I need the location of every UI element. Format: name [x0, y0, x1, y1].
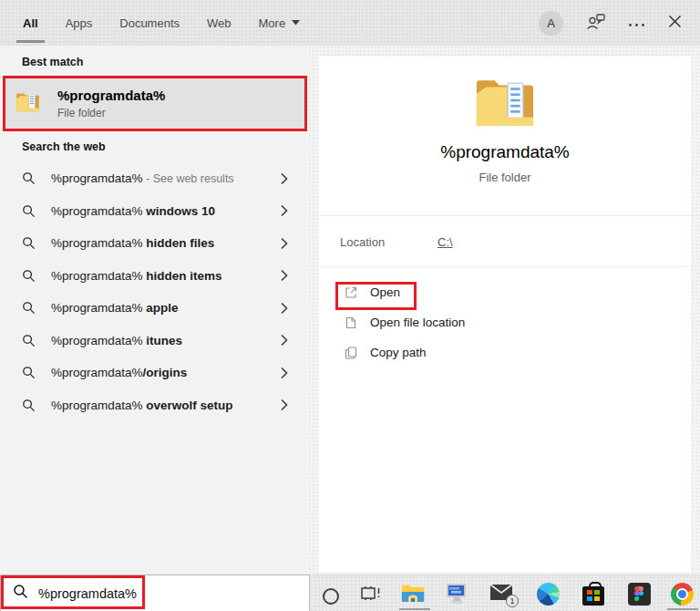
suggestion-prefix: %programdata%: [51, 366, 143, 379]
taskbar-search-input[interactable]: %programdata%: [0, 575, 310, 611]
file-explorer-icon[interactable]: [401, 582, 425, 606]
suggestion-suffix: hidden items: [143, 269, 222, 283]
preview-actions: Open Open file location: [319, 277, 691, 368]
search-icon: [22, 301, 36, 315]
microsoft-store-icon[interactable]: [582, 582, 605, 606]
tab-more[interactable]: More: [259, 0, 301, 46]
suggestion-prefix: %programdata%: [51, 171, 143, 185]
chevron-right-icon[interactable]: [281, 172, 288, 184]
suggestion-row[interactable]: %programdata% hidden items: [0, 260, 308, 293]
computer-icon[interactable]: [445, 582, 468, 606]
search-icon: [22, 236, 36, 250]
suggestion-prefix: %programdata%: [51, 204, 143, 218]
suggestion-suffix: /origins: [143, 366, 188, 379]
preview-header: %programdata% File folder: [319, 57, 691, 216]
search-icon: [22, 399, 36, 412]
open-app-indicator: [399, 608, 430, 610]
suggestion-row[interactable]: %programdata% windows 10: [0, 195, 308, 228]
chevron-down-icon: [292, 20, 300, 26]
folder-icon: [15, 91, 40, 116]
copy-path-icon: [344, 346, 358, 360]
preview-panel: %programdata% File folder Location C:\ O…: [308, 46, 700, 575]
folder-icon-large: [474, 75, 536, 128]
suggestion-row[interactable]: %programdata% - See web results: [0, 162, 308, 195]
search-web-heading: Search the web: [22, 140, 106, 153]
search-icon: [13, 584, 28, 603]
suggestion-prefix: %programdata%: [51, 334, 143, 347]
action-copy-path[interactable]: Copy path: [319, 337, 691, 368]
chevron-right-icon[interactable]: [281, 335, 288, 347]
tab-documents-label: Documents: [119, 16, 180, 30]
chevron-right-icon[interactable]: [281, 270, 288, 282]
tab-web[interactable]: Web: [207, 0, 232, 46]
suggestion-row[interactable]: %programdata% hidden files: [0, 227, 308, 260]
preview-title: %programdata%: [319, 142, 691, 162]
preview-card: %programdata% File folder Location C:\ O…: [319, 57, 691, 573]
mail-icon[interactable]: 1: [489, 582, 513, 606]
search-icon: [22, 269, 36, 283]
web-suggestions-list: %programdata% - See web results %program…: [0, 162, 308, 421]
search-icon: [22, 334, 36, 347]
suggestion-row[interactable]: %programdata% apple: [0, 292, 308, 325]
action-open[interactable]: Open: [319, 277, 691, 307]
edge-icon[interactable]: [536, 582, 560, 606]
topbar-actions: A: [539, 0, 682, 46]
suggestion-prefix: %programdata%: [51, 236, 143, 250]
tab-web-label: Web: [207, 16, 232, 30]
suggestion-row[interactable]: %programdata%/origins: [0, 357, 308, 389]
best-match-title: %programdata%: [57, 88, 165, 103]
suggestion-prefix: %programdata%: [51, 399, 143, 412]
chevron-right-icon[interactable]: [281, 367, 288, 378]
tab-apps[interactable]: Apps: [66, 0, 93, 46]
tab-apps-label: Apps: [66, 16, 93, 30]
action-open-file-location-label: Open file location: [370, 316, 465, 329]
results-panel: Best match %programdata% File folder Sea…: [0, 46, 308, 575]
tab-all-label: All: [23, 16, 38, 30]
search-filter-bar: All Apps Documents Web More A: [0, 0, 700, 46]
more-options-icon[interactable]: [628, 15, 645, 31]
tab-more-label: More: [259, 16, 286, 30]
cortana-icon[interactable]: [319, 585, 343, 608]
suggestion-suffix: itunes: [143, 334, 183, 347]
close-icon[interactable]: [668, 15, 682, 32]
location-label: Location: [340, 235, 438, 249]
chevron-right-icon[interactable]: [281, 399, 288, 411]
task-view-icon[interactable]: [359, 582, 383, 606]
action-open-label: Open: [370, 285, 400, 299]
action-open-file-location[interactable]: Open file location: [319, 307, 691, 337]
chevron-right-icon[interactable]: [281, 205, 288, 217]
suggestion-row[interactable]: %programdata% itunes: [0, 325, 308, 357]
suggestion-suffix: apple: [143, 301, 179, 315]
search-icon: [22, 204, 36, 218]
figma-icon[interactable]: [627, 582, 651, 606]
mail-badge: 1: [506, 595, 519, 607]
avatar-letter: A: [547, 16, 555, 30]
search-input-value: %programdata%: [38, 586, 137, 601]
preview-subtitle: File folder: [319, 171, 691, 184]
suggestion-suffix: - See web results: [143, 172, 234, 185]
best-match-subtitle: File folder: [57, 107, 165, 119]
suggestion-prefix: %programdata%: [51, 301, 143, 315]
best-match-result[interactable]: %programdata% File folder: [3, 76, 307, 130]
search-icon: [22, 171, 36, 185]
windows-search-panel: All Apps Documents Web More A: [0, 0, 700, 611]
chevron-right-icon[interactable]: [281, 237, 288, 249]
location-row: Location C:\: [319, 217, 691, 267]
tab-documents[interactable]: Documents: [119, 0, 180, 46]
suggestion-suffix: windows 10: [143, 204, 216, 218]
suggestion-suffix: overwolf setup: [143, 399, 233, 412]
feedback-icon[interactable]: [586, 13, 605, 34]
open-file-location-icon: [344, 316, 358, 330]
chrome-icon[interactable]: [670, 582, 694, 606]
chevron-right-icon[interactable]: [281, 302, 288, 314]
suggestion-row[interactable]: %programdata% overwolf setup: [0, 389, 308, 422]
avatar[interactable]: A: [539, 11, 563, 36]
open-icon: [344, 285, 358, 300]
suggestion-prefix: %programdata%: [51, 269, 143, 283]
tab-all[interactable]: All: [23, 0, 38, 46]
taskbar: %programdata%: [0, 575, 700, 611]
best-match-heading: Best match: [22, 56, 83, 68]
open-app-indicator: [667, 608, 698, 610]
location-link[interactable]: C:\: [438, 235, 453, 249]
suggestion-suffix: hidden files: [143, 236, 215, 250]
